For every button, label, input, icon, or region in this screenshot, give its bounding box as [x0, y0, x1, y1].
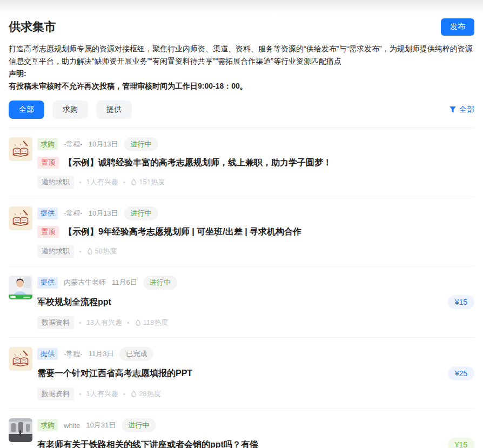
page-title: 供求集市	[9, 19, 56, 35]
item-content: 提供 内蒙古牛老师 11月6日 进行中 军校规划全流程ppt ¥15 数据资料 …	[37, 276, 474, 329]
filter-tab-2[interactable]: 提供	[96, 101, 132, 119]
post-list: 求购 -常程- 10月13日 进行中 置顶 【示例】诚聘经验丰富的高考志愿规划师…	[9, 128, 474, 448]
filter-tabs: 全部求购提供	[9, 101, 132, 119]
separator-dot-1: •	[79, 390, 82, 398]
item-title[interactable]: 【示例】诚聘经验丰富的高考志愿规划师，线上兼职，助力学子圆梦！	[64, 157, 332, 169]
item-footer-row: 数据资料 • 1人有兴趣 • 28热度	[37, 387, 474, 400]
avatar	[9, 276, 32, 299]
author-name: -常程-	[64, 209, 83, 218]
flame-icon	[130, 390, 137, 398]
post-date: 10月13日	[89, 209, 118, 218]
list-item[interactable]: 提供 内蒙古牛老师 11月6日 进行中 军校规划全流程ppt ¥15 数据资料 …	[9, 266, 474, 338]
list-item[interactable]: 求购 white 10月31日 进行中 有老师有关于铁路相关的线下讲座或者会销的…	[9, 409, 474, 448]
heat-count: 58热度	[95, 246, 117, 256]
filter-tab-1[interactable]: 求购	[52, 101, 88, 119]
type-badge: 提供	[37, 208, 58, 219]
item-footer-row: 数据资料 • 13人有兴趣 • 118热度	[37, 316, 474, 329]
type-badge: 求购	[37, 419, 58, 431]
heat-count: 151热度	[139, 177, 165, 187]
item-content: 提供 -常程- 11月3日 已完成 需要一个针对江西省高考志愿填报的PPT ¥2…	[37, 347, 474, 400]
heat-count: 28热度	[139, 389, 160, 399]
post-date: 11月3日	[89, 349, 114, 359]
separator-dot-2: •	[123, 390, 126, 398]
status-badge: 进行中	[143, 276, 177, 290]
book-avatar-image	[9, 347, 32, 371]
item-title[interactable]: 需要一个针对江西省高考志愿填报的PPT	[37, 368, 192, 379]
author-name: white	[64, 422, 80, 430]
separator-dot-1: •	[79, 178, 82, 186]
item-meta-row: 提供 -常程- 11月3日 已完成	[37, 347, 474, 361]
pinned-badge: 置顶	[37, 157, 59, 169]
list-item[interactable]: 提供 -常程- 11月3日 已完成 需要一个针对江西省高考志愿填报的PPT ¥2…	[9, 338, 474, 409]
separator-dot-1: •	[79, 319, 82, 327]
heat-wrap: 58热度	[86, 246, 117, 256]
category-tag: 数据资料	[37, 316, 74, 329]
status-badge: 进行中	[124, 137, 158, 151]
item-footer-row: 邀约求职 • 58热度	[37, 245, 474, 258]
item-meta-row: 提供 内蒙古牛老师 11月6日 进行中	[37, 276, 474, 290]
status-badge: 进行中	[124, 206, 158, 220]
book-avatar-image	[9, 206, 32, 230]
separator-dot-1: •	[79, 248, 82, 256]
item-footer-row: 邀约求职 • 1人有兴趣 • 151热度	[37, 176, 474, 189]
list-item[interactable]: 提供 -常程- 10月13日 进行中 置顶 【示例】9年经验高考志愿规划师 | …	[9, 197, 474, 266]
item-content: 求购 -常程- 10月13日 进行中 置顶 【示例】诚聘经验丰富的高考志愿规划师…	[37, 137, 474, 189]
avatar	[9, 137, 32, 161]
supply-demand-market-page: 供求集市 发布 打造高考志愿规划师专属的资源对接枢纽，聚焦行业内师资、渠道、资料…	[0, 18, 483, 448]
user-avatar-photo	[9, 418, 32, 442]
item-title-row: 置顶 【示例】9年经验高考志愿规划师 | 可坐班/出差 | 寻求机构合作	[37, 226, 474, 238]
filter-dropdown-label: 全部	[459, 105, 474, 115]
top-gradient	[0, 0, 483, 14]
author-name: 内蒙古牛老师	[64, 278, 106, 287]
interest-count: 1人有兴趣	[86, 389, 118, 399]
separator-dot-2: •	[127, 319, 130, 327]
item-title[interactable]: 有老师有关于铁路相关的线下讲座或者会销的ppt吗？有偿	[37, 439, 258, 448]
price-badge: ¥25	[448, 366, 474, 380]
tabs-row: 全部求购提供 全部	[9, 101, 474, 119]
price-badge: ¥15	[448, 295, 474, 309]
post-date: 10月31日	[86, 420, 116, 430]
item-title-row: 有老师有关于铁路相关的线下讲座或者会销的ppt吗？有偿 ¥15	[37, 438, 474, 448]
item-title-row: 需要一个针对江西省高考志愿填报的PPT ¥25	[37, 366, 474, 380]
item-meta-row: 提供 -常程- 10月13日 进行中	[37, 206, 474, 220]
avatar	[9, 206, 32, 230]
status-badge: 进行中	[122, 418, 156, 432]
category-tag: 邀约求职	[37, 245, 74, 258]
statement-text: 有投稿未审核时不允许再次投稿，管理审核时间为工作日9:00-18：00。	[9, 80, 474, 92]
post-date: 10月13日	[89, 139, 118, 149]
heat-count: 118热度	[143, 318, 169, 327]
filter-dropdown[interactable]: 全部	[449, 105, 474, 115]
item-content: 求购 white 10月31日 进行中 有老师有关于铁路相关的线下讲座或者会销的…	[37, 418, 474, 448]
type-badge: 提供	[37, 277, 58, 289]
interest-count: 13人有兴趣	[86, 318, 122, 327]
publish-button[interactable]: 发布	[441, 18, 474, 36]
heat-wrap: 118热度	[135, 318, 169, 327]
item-content: 提供 -常程- 10月13日 进行中 置顶 【示例】9年经验高考志愿规划师 | …	[37, 206, 474, 258]
interest-count: 1人有兴趣	[86, 177, 118, 187]
author-name: -常程-	[64, 349, 83, 359]
teacher-avatar-photo	[9, 276, 32, 299]
avatar	[9, 347, 32, 371]
type-badge: 提供	[37, 348, 58, 360]
type-badge: 求购	[37, 138, 58, 150]
author-name: -常程-	[64, 139, 83, 149]
flame-icon	[86, 248, 93, 256]
pinned-badge: 置顶	[37, 226, 59, 238]
heat-wrap: 151热度	[130, 177, 165, 187]
filter-tab-0[interactable]: 全部	[9, 101, 44, 119]
item-title-row: 置顶 【示例】诚聘经验丰富的高考志愿规划师，线上兼职，助力学子圆梦！	[37, 157, 474, 169]
item-title[interactable]: 【示例】9年经验高考志愿规划师 | 可坐班/出差 | 寻求机构合作	[64, 226, 301, 238]
item-title-row: 军校规划全流程ppt ¥15	[37, 295, 474, 309]
page-description: 打造高考志愿规划师专属的资源对接枢纽，聚焦行业内师资、渠道、资料、服务等资源的“…	[9, 43, 474, 68]
funnel-filter-icon	[449, 106, 457, 113]
item-title[interactable]: 军校规划全流程ppt	[37, 297, 111, 308]
separator-dot-2: •	[123, 178, 126, 186]
post-date: 11月6日	[112, 278, 137, 287]
statement-label: 声明:	[9, 68, 474, 80]
item-meta-row: 求购 white 10月31日 进行中	[37, 418, 474, 432]
book-avatar-image	[9, 137, 32, 161]
status-badge: 已完成	[119, 347, 153, 361]
page-header: 供求集市 发布	[9, 18, 474, 36]
category-tag: 邀约求职	[37, 176, 74, 189]
list-item[interactable]: 求购 -常程- 10月13日 进行中 置顶 【示例】诚聘经验丰富的高考志愿规划师…	[9, 128, 474, 197]
